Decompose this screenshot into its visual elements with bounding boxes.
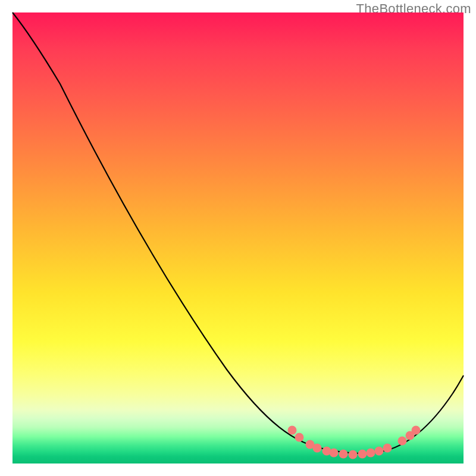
highlight-dot <box>375 447 384 456</box>
highlight-dot <box>412 426 421 435</box>
highlight-dot <box>367 449 375 458</box>
chart-frame: TheBottleneck.com <box>0 0 476 476</box>
highlight-dot <box>398 437 407 446</box>
highlight-dot <box>383 444 392 453</box>
bottleneck-curve <box>12 12 464 453</box>
highlight-dot <box>295 433 304 442</box>
highlight-dot <box>288 426 297 435</box>
highlight-dot <box>349 450 358 459</box>
highlight-dot <box>339 450 348 459</box>
plot-area <box>12 12 464 464</box>
highlight-dot <box>358 450 367 459</box>
curve-layer <box>12 12 464 464</box>
highlight-dot <box>330 449 339 458</box>
highlight-dot <box>313 444 322 453</box>
dot-group <box>288 426 421 459</box>
